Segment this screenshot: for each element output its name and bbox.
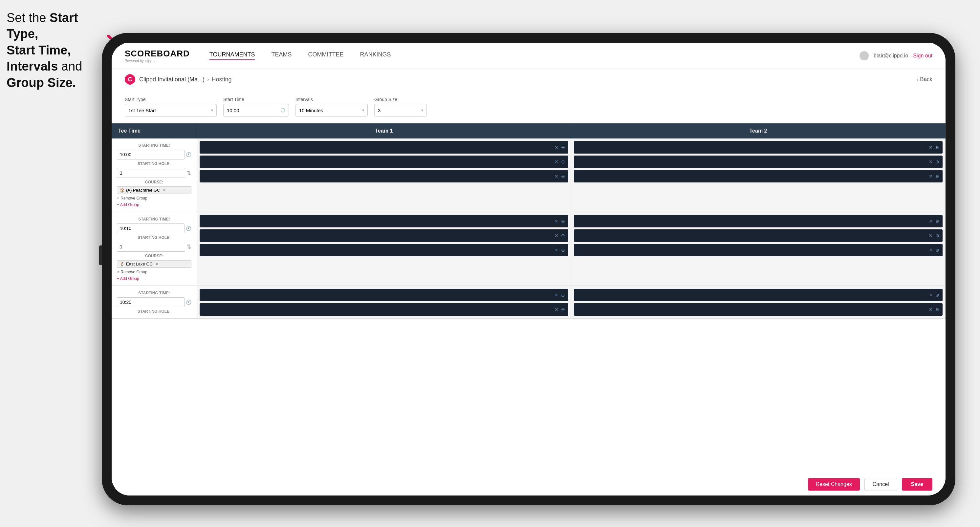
player-row-1-2: ✕ ⊕ — [200, 156, 568, 168]
player-row-1-1: ✕ ⊕ — [200, 141, 568, 154]
team1-cell-3: ✕ ⊕ ✕ ⊕ — [197, 286, 571, 318]
logo-text: SCOREBOARD — [125, 49, 190, 59]
player-expand-icon-6-1[interactable]: ⊕ — [935, 292, 939, 298]
player-expand-icon-6-2[interactable]: ⊕ — [935, 307, 939, 312]
schedule-table: Tee Time Team 1 Team 2 STARTING TIME: 🕐 … — [111, 123, 945, 473]
player-expand-icon-2-2[interactable]: ⊕ — [935, 159, 939, 164]
starting-time-input-row-1: 🕐 — [117, 150, 191, 159]
nav-tournaments[interactable]: TOURNAMENTS — [210, 51, 255, 60]
player-expand-icon-4-1[interactable]: ⊕ — [935, 219, 939, 224]
start-type-label: Start Type — [125, 97, 217, 102]
player-x-icon-3-3[interactable]: ✕ — [555, 248, 558, 253]
starting-hole-input-row-2: ⇅ — [117, 242, 191, 252]
player-expand-icon-3-3[interactable]: ⊕ — [561, 248, 565, 253]
player-expand-icon-2-1[interactable]: ⊕ — [935, 145, 939, 150]
tablet-notch — [99, 246, 102, 265]
group-row-2: STARTING TIME: 🕐 STARTING HOLE: ⇅ COURSE… — [111, 212, 945, 286]
player-x-icon-1-1[interactable]: ✕ — [555, 145, 558, 150]
player-expand-icon-5-2[interactable]: ⊕ — [561, 307, 565, 312]
player-expand-icon-2-3[interactable]: ⊕ — [935, 174, 939, 179]
intervals-arrow-icon: ▾ — [362, 108, 364, 113]
player-x-icon-4-1[interactable]: ✕ — [929, 219, 933, 224]
player-x-icon-6-2[interactable]: ✕ — [929, 307, 933, 312]
player-x-icon-3-2[interactable]: ✕ — [555, 233, 558, 238]
starting-hole-input-1[interactable] — [117, 168, 185, 178]
start-type-value: 1st Tee Start — [128, 108, 156, 113]
starting-time-input-3[interactable] — [117, 297, 185, 307]
course-remove-icon-1[interactable]: ✕ — [162, 188, 166, 193]
player-x-icon-2-3[interactable]: ✕ — [929, 174, 933, 179]
group-size-select[interactable]: 3 ▾ — [374, 104, 427, 116]
nav-teams[interactable]: TEAMS — [271, 51, 291, 60]
hole-stepper-icon-1: ⇅ — [186, 169, 191, 176]
clock-icon-2: 🕐 — [186, 226, 191, 231]
player-expand-icon-1-2[interactable]: ⊕ — [561, 159, 565, 164]
start-type-select[interactable]: 1st Tee Start ▾ — [125, 104, 217, 116]
remove-icon-2: ○ — [117, 270, 119, 274]
course-remove-icon-2[interactable]: ✕ — [155, 262, 159, 267]
save-button[interactable]: Save — [902, 478, 932, 490]
group-sidebar-1: STARTING TIME: 🕐 STARTING HOLE: ⇅ COURSE… — [111, 138, 197, 212]
course-icon-2: 🏌 — [120, 262, 125, 267]
start-type-group: Start Type 1st Tee Start ▾ — [125, 97, 217, 116]
back-button[interactable]: ‹ Back — [916, 76, 932, 83]
group-size-value: 3 — [378, 108, 380, 113]
add-group-btn-2[interactable]: + Add Group — [117, 276, 191, 281]
course-label-1: COURSE: — [117, 180, 191, 184]
player-x-icon-5-1[interactable]: ✕ — [555, 292, 558, 298]
start-time-select[interactable]: 10:00 🕐 — [223, 104, 289, 116]
logo-sub: Powered by clipp... — [125, 59, 190, 63]
sign-out-link[interactable]: Sign out — [913, 53, 932, 59]
breadcrumb-logo-icon: C — [125, 74, 135, 85]
remove-group-btn-2[interactable]: ○ Remove Group — [117, 270, 191, 274]
cancel-button[interactable]: Cancel — [864, 478, 897, 491]
reset-changes-button[interactable]: Reset Changes — [808, 478, 860, 490]
user-email: blair@clippd.io — [873, 53, 908, 59]
nav-committee[interactable]: COMMITTEE — [308, 51, 344, 60]
th-tee-time: Tee Time — [111, 123, 197, 138]
nav-links: TOURNAMENTS TEAMS COMMITTEE RANKINGS — [210, 51, 859, 60]
group-row-3: STARTING TIME: 🕐 STARTING HOLE: ✕ ⊕ — [111, 286, 945, 318]
player-expand-icon-1-3[interactable]: ⊕ — [561, 174, 565, 179]
starting-time-input-2[interactable] — [117, 224, 185, 233]
starting-time-label-1: STARTING TIME: — [117, 143, 191, 148]
player-x-icon-2-2[interactable]: ✕ — [929, 159, 933, 164]
start-time-group: Start Time 10:00 🕐 — [223, 97, 289, 116]
player-expand-icon-1-1[interactable]: ⊕ — [561, 145, 565, 150]
player-x-icon-3-1[interactable]: ✕ — [555, 219, 558, 224]
player-expand-icon-5-1[interactable]: ⊕ — [561, 292, 565, 298]
intervals-select[interactable]: 10 Minutes ▾ — [296, 104, 368, 116]
player-expand-icon-3-2[interactable]: ⊕ — [561, 233, 565, 238]
player-row-3-3: ✕ ⊕ — [200, 244, 568, 256]
annotation-text: Set the Start Type,Start Time,Intervals … — [6, 10, 102, 91]
player-row-6-2: ✕ ⊕ — [574, 303, 943, 316]
course-label-2: COURSE: — [117, 254, 191, 258]
player-row-4-1: ✕ ⊕ — [574, 215, 943, 227]
remove-group-btn-1[interactable]: ○ Remove Group — [117, 196, 191, 200]
user-avatar — [859, 51, 869, 60]
logo: SCOREBOARD Powered by clipp... — [125, 49, 190, 63]
player-row-3-1: ✕ ⊕ — [200, 215, 568, 227]
player-x-icon-5-2[interactable]: ✕ — [555, 307, 558, 312]
starting-time-input-1[interactable] — [117, 150, 185, 159]
starting-hole-input-2[interactable] — [117, 242, 185, 252]
navbar: SCOREBOARD Powered by clipp... TOURNAMEN… — [111, 43, 945, 69]
clock-icon-1: 🕐 — [186, 152, 191, 157]
group-sidebar-2: STARTING TIME: 🕐 STARTING HOLE: ⇅ COURSE… — [111, 212, 197, 286]
player-x-icon-6-1[interactable]: ✕ — [929, 292, 933, 298]
breadcrumb-tournament[interactable]: Clippd Invitational (Ma...) — [139, 76, 205, 83]
nav-user: blair@clippd.io Sign out — [859, 51, 932, 60]
player-expand-icon-3-1[interactable]: ⊕ — [561, 219, 565, 224]
team2-cell-1: ✕ ⊕ ✕ ⊕ ✕ ⊕ — [571, 138, 945, 212]
player-x-icon-4-2[interactable]: ✕ — [929, 233, 933, 238]
nav-rankings[interactable]: RANKINGS — [360, 51, 391, 60]
player-expand-icon-4-2[interactable]: ⊕ — [935, 233, 939, 238]
player-x-icon-2-1[interactable]: ✕ — [929, 145, 933, 150]
player-x-icon-1-3[interactable]: ✕ — [555, 174, 558, 179]
starting-time-label-3: STARTING TIME: — [117, 291, 191, 295]
player-x-icon-4-3[interactable]: ✕ — [929, 248, 933, 253]
tablet-screen: SCOREBOARD Powered by clipp... TOURNAMEN… — [111, 43, 945, 495]
player-expand-icon-4-3[interactable]: ⊕ — [935, 248, 939, 253]
player-x-icon-1-2[interactable]: ✕ — [555, 159, 558, 164]
add-group-btn-1[interactable]: + Add Group — [117, 202, 191, 207]
